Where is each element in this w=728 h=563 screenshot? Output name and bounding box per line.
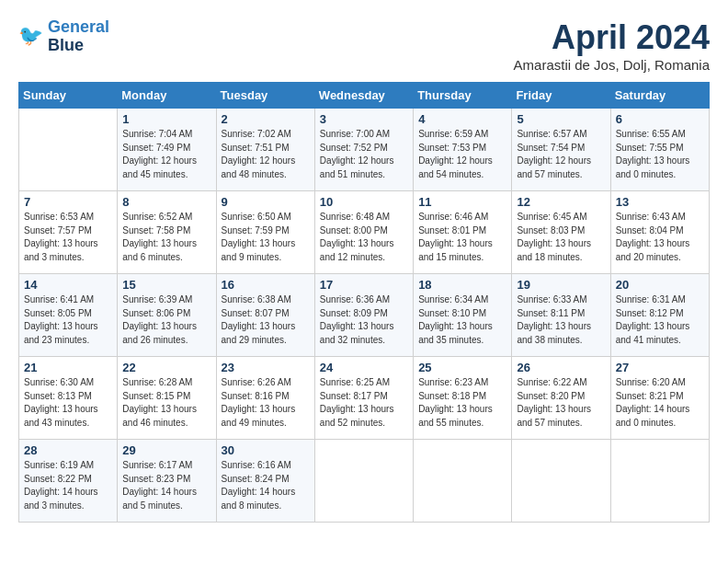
calendar-cell [414, 440, 512, 523]
calendar-header-row: SundayMondayTuesdayWednesdayThursdayFrid… [19, 83, 710, 109]
day-info: Sunrise: 6:46 AM Sunset: 8:01 PM Dayligh… [418, 211, 506, 264]
day-info: Sunrise: 6:50 AM Sunset: 7:59 PM Dayligh… [222, 211, 310, 264]
logo-icon: 🐦 [18, 24, 44, 50]
day-info: Sunrise: 6:23 AM Sunset: 8:18 PM Dayligh… [418, 376, 506, 430]
day-info: Sunrise: 6:22 AM Sunset: 8:20 PM Dayligh… [517, 376, 605, 430]
location-subtitle: Amarastii de Jos, Dolj, Romania [514, 57, 710, 73]
page-header: 🐦 General Blue April 2024 Amarastii de J… [18, 18, 710, 73]
calendar-cell [610, 440, 709, 523]
day-number: 3 [320, 112, 408, 126]
day-info: Sunrise: 7:02 AM Sunset: 7:51 PM Dayligh… [222, 128, 310, 181]
calendar-cell [314, 440, 413, 523]
day-number: 6 [616, 112, 704, 126]
calendar-cell: 28Sunrise: 6:19 AM Sunset: 8:22 PM Dayli… [19, 440, 118, 523]
day-info: Sunrise: 6:16 AM Sunset: 8:24 PM Dayligh… [222, 459, 310, 512]
calendar-cell: 7Sunrise: 6:53 AM Sunset: 7:57 PM Daylig… [19, 191, 118, 274]
day-info: Sunrise: 6:41 AM Sunset: 8:05 PM Dayligh… [24, 293, 112, 347]
day-number: 28 [24, 443, 112, 457]
day-number: 13 [616, 195, 704, 209]
calendar-cell: 11Sunrise: 6:46 AM Sunset: 8:01 PM Dayli… [414, 191, 512, 274]
day-info: Sunrise: 6:55 AM Sunset: 7:55 PM Dayligh… [616, 128, 704, 181]
day-header-sunday: Sunday [19, 83, 118, 109]
day-number: 27 [616, 361, 704, 374]
day-info: Sunrise: 6:38 AM Sunset: 8:07 PM Dayligh… [222, 293, 310, 347]
day-number: 16 [222, 278, 310, 292]
day-number: 17 [320, 278, 408, 292]
day-info: Sunrise: 6:31 AM Sunset: 8:12 PM Dayligh… [616, 293, 704, 347]
calendar-cell: 18Sunrise: 6:34 AM Sunset: 8:10 PM Dayli… [414, 274, 512, 357]
day-number: 10 [320, 195, 408, 209]
day-header-friday: Friday [512, 83, 610, 109]
day-header-tuesday: Tuesday [216, 83, 314, 109]
day-info: Sunrise: 6:52 AM Sunset: 7:58 PM Dayligh… [122, 211, 210, 264]
calendar-cell: 2Sunrise: 7:02 AM Sunset: 7:51 PM Daylig… [216, 109, 314, 191]
calendar-cell: 6Sunrise: 6:55 AM Sunset: 7:55 PM Daylig… [610, 109, 709, 191]
day-info: Sunrise: 6:39 AM Sunset: 8:06 PM Dayligh… [122, 293, 210, 347]
day-number: 12 [517, 195, 605, 209]
calendar-cell: 20Sunrise: 6:31 AM Sunset: 8:12 PM Dayli… [610, 274, 709, 357]
day-number: 24 [320, 361, 408, 374]
day-header-monday: Monday [118, 83, 216, 109]
calendar-cell: 12Sunrise: 6:45 AM Sunset: 8:03 PM Dayli… [512, 191, 610, 274]
day-info: Sunrise: 6:17 AM Sunset: 8:23 PM Dayligh… [122, 459, 210, 512]
day-number: 26 [517, 361, 605, 374]
day-info: Sunrise: 6:34 AM Sunset: 8:10 PM Dayligh… [418, 293, 506, 347]
title-block: April 2024 Amarastii de Jos, Dolj, Roman… [514, 18, 710, 73]
day-info: Sunrise: 6:53 AM Sunset: 7:57 PM Dayligh… [24, 211, 112, 264]
calendar-cell [19, 109, 118, 191]
calendar-cell: 30Sunrise: 6:16 AM Sunset: 8:24 PM Dayli… [216, 440, 314, 523]
day-info: Sunrise: 6:43 AM Sunset: 8:04 PM Dayligh… [616, 211, 704, 264]
month-title: April 2024 [514, 18, 710, 57]
calendar-body: 1Sunrise: 7:04 AM Sunset: 7:49 PM Daylig… [19, 109, 710, 523]
day-number: 1 [122, 112, 210, 126]
day-number: 8 [122, 195, 210, 209]
day-info: Sunrise: 6:28 AM Sunset: 8:15 PM Dayligh… [122, 376, 210, 430]
day-number: 18 [418, 278, 506, 292]
day-number: 29 [122, 443, 210, 457]
calendar-cell: 21Sunrise: 6:30 AM Sunset: 8:13 PM Dayli… [19, 357, 118, 440]
day-number: 19 [517, 278, 605, 292]
calendar-cell: 14Sunrise: 6:41 AM Sunset: 8:05 PM Dayli… [19, 274, 118, 357]
calendar-cell: 25Sunrise: 6:23 AM Sunset: 8:18 PM Dayli… [414, 357, 512, 440]
day-number: 11 [418, 195, 506, 209]
calendar-cell: 1Sunrise: 7:04 AM Sunset: 7:49 PM Daylig… [118, 109, 216, 191]
day-info: Sunrise: 6:19 AM Sunset: 8:22 PM Dayligh… [24, 459, 112, 512]
day-header-wednesday: Wednesday [314, 83, 413, 109]
svg-text:🐦: 🐦 [18, 24, 44, 48]
calendar-cell: 10Sunrise: 6:48 AM Sunset: 8:00 PM Dayli… [314, 191, 413, 274]
day-header-saturday: Saturday [610, 83, 709, 109]
day-number: 22 [122, 361, 210, 374]
week-row-4: 21Sunrise: 6:30 AM Sunset: 8:13 PM Dayli… [19, 357, 710, 440]
day-info: Sunrise: 6:59 AM Sunset: 7:53 PM Dayligh… [418, 128, 506, 181]
calendar-cell: 4Sunrise: 6:59 AM Sunset: 7:53 PM Daylig… [414, 109, 512, 191]
week-row-2: 7Sunrise: 6:53 AM Sunset: 7:57 PM Daylig… [19, 191, 710, 274]
logo-text: General Blue [48, 18, 109, 55]
day-number: 25 [418, 361, 506, 374]
calendar-cell: 23Sunrise: 6:26 AM Sunset: 8:16 PM Dayli… [216, 357, 314, 440]
week-row-5: 28Sunrise: 6:19 AM Sunset: 8:22 PM Dayli… [19, 440, 710, 523]
calendar-cell: 19Sunrise: 6:33 AM Sunset: 8:11 PM Dayli… [512, 274, 610, 357]
calendar-cell: 15Sunrise: 6:39 AM Sunset: 8:06 PM Dayli… [118, 274, 216, 357]
day-number: 7 [24, 195, 112, 209]
day-info: Sunrise: 7:00 AM Sunset: 7:52 PM Dayligh… [320, 128, 408, 181]
calendar-cell: 8Sunrise: 6:52 AM Sunset: 7:58 PM Daylig… [118, 191, 216, 274]
day-number: 23 [222, 361, 310, 374]
day-info: Sunrise: 6:30 AM Sunset: 8:13 PM Dayligh… [24, 376, 112, 430]
calendar-cell: 29Sunrise: 6:17 AM Sunset: 8:23 PM Dayli… [118, 440, 216, 523]
day-info: Sunrise: 6:20 AM Sunset: 8:21 PM Dayligh… [616, 376, 704, 430]
day-number: 5 [517, 112, 605, 126]
calendar-cell: 16Sunrise: 6:38 AM Sunset: 8:07 PM Dayli… [216, 274, 314, 357]
calendar-cell: 13Sunrise: 6:43 AM Sunset: 8:04 PM Dayli… [610, 191, 709, 274]
day-info: Sunrise: 7:04 AM Sunset: 7:49 PM Dayligh… [122, 128, 210, 181]
calendar-cell: 26Sunrise: 6:22 AM Sunset: 8:20 PM Dayli… [512, 357, 610, 440]
day-number: 15 [122, 278, 210, 292]
calendar-cell: 22Sunrise: 6:28 AM Sunset: 8:15 PM Dayli… [118, 357, 216, 440]
day-number: 14 [24, 278, 112, 292]
logo: 🐦 General Blue [18, 18, 109, 55]
day-info: Sunrise: 6:36 AM Sunset: 8:09 PM Dayligh… [320, 293, 408, 347]
day-info: Sunrise: 6:48 AM Sunset: 8:00 PM Dayligh… [320, 211, 408, 264]
week-row-3: 14Sunrise: 6:41 AM Sunset: 8:05 PM Dayli… [19, 274, 710, 357]
day-info: Sunrise: 6:25 AM Sunset: 8:17 PM Dayligh… [320, 376, 408, 430]
day-info: Sunrise: 6:57 AM Sunset: 7:54 PM Dayligh… [517, 128, 605, 181]
day-info: Sunrise: 6:26 AM Sunset: 8:16 PM Dayligh… [222, 376, 310, 430]
